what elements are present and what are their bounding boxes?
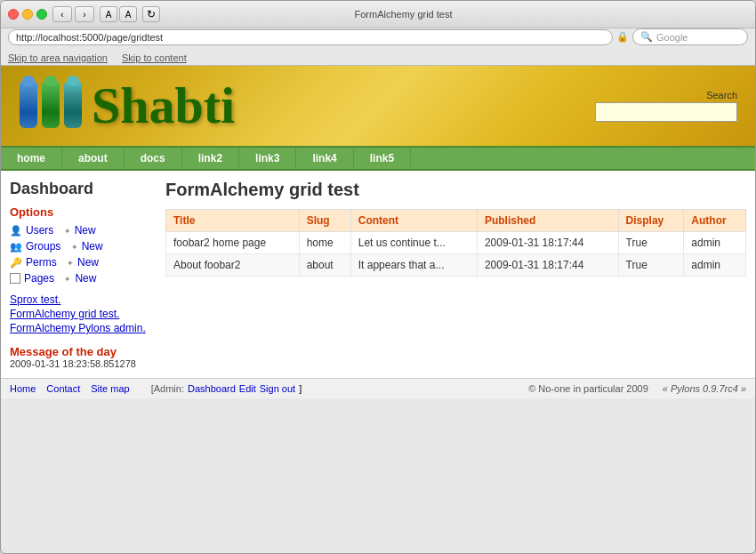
sidebar-item-pages: Pages New — [10, 272, 157, 285]
nav-item-link2[interactable]: link2 — [182, 148, 239, 169]
row1-published: 2009-01-31 18:17:44 — [477, 232, 618, 254]
perms-link[interactable]: Perms — [26, 256, 57, 269]
admin-bracket-label: [Admin: — [151, 383, 184, 394]
footer-home-link[interactable]: Home — [10, 383, 36, 394]
pages-link[interactable]: Pages — [24, 272, 54, 285]
new-pages-link[interactable]: New — [75, 272, 96, 285]
grid-table: Title Slug Content Published Display Aut… — [165, 209, 746, 277]
formalchemy-grid-link[interactable]: FormAlchemy grid test. — [10, 308, 157, 320]
users-link[interactable]: Users — [26, 224, 53, 237]
col-published: Published — [477, 210, 618, 232]
motd-date: 2009-01-31 18:23:58.851278 — [10, 358, 157, 369]
row1-slug: home — [299, 232, 350, 254]
new-users-link[interactable]: New — [75, 224, 96, 237]
skip-content-link[interactable]: Skip to content — [122, 52, 187, 63]
nav-item-link3[interactable]: link3 — [239, 148, 296, 169]
security-icon: 🔒 — [616, 31, 629, 43]
google-search-input[interactable]: 🔍 Google — [632, 28, 748, 45]
nav-item-link5[interactable]: link5 — [354, 148, 411, 169]
nav-item-home[interactable]: home — [1, 148, 62, 169]
nav-bar: home about docs link2 link3 link4 link5 — [1, 146, 755, 171]
sidebar: Dashboard Options Users New Groups Ne — [10, 180, 157, 369]
new-groups-link[interactable]: New — [82, 240, 103, 253]
skip-links: Skip to area navigation Skip to content — [1, 51, 755, 66]
table-row: About foobar2 about It appears that a...… — [166, 254, 746, 277]
footer-contact-link[interactable]: Contact — [46, 383, 80, 394]
sprox-link[interactable]: Sprox test. — [10, 293, 157, 306]
row2-slug: about — [299, 254, 350, 277]
sidebar-item-groups: Groups New — [10, 240, 157, 253]
footer-links: Home Contact Site map — [10, 383, 130, 394]
footer-copyright: © No-one in particular 2009 — [528, 383, 648, 394]
row2-title: About foobar2 — [166, 254, 300, 277]
row1-display: True — [618, 232, 684, 254]
footer-pylons: « Pylons 0.9.7rc4 » — [663, 383, 746, 394]
row1-title: foobar2 home page — [166, 232, 300, 254]
new-perms-icon — [67, 256, 74, 269]
address-bar[interactable]: http://localhost:5000/page/gridtest — [8, 29, 613, 45]
table-row: foobar2 home page home Let us continue t… — [166, 232, 746, 254]
col-slug: Slug — [299, 210, 350, 232]
close-button[interactable] — [8, 9, 19, 20]
shabti-figures — [19, 82, 83, 131]
row1-author: admin — [684, 232, 746, 254]
nav-item-link4[interactable]: link4 — [296, 148, 353, 169]
maximize-button[interactable] — [36, 9, 47, 20]
sidebar-links: Sprox test. FormAlchemy grid test. FormA… — [10, 293, 157, 334]
sidebar-item-perms: Perms New — [10, 256, 157, 269]
col-author: Author — [684, 210, 746, 232]
new-users-icon — [64, 224, 71, 237]
page-checkbox-icon — [10, 273, 20, 284]
sidebar-options-title: Options — [10, 205, 157, 219]
traffic-lights — [8, 9, 47, 20]
search-icon: 🔍 — [640, 31, 653, 43]
admin-bracket-close: ] — [299, 383, 302, 394]
formalchemy-pylons-link[interactable]: FormAlchemy Pylons admin. — [10, 322, 157, 334]
page-content: FormAlchemy grid test Title Slug Content… — [165, 180, 746, 369]
new-pages-icon — [64, 272, 71, 285]
nav-item-docs[interactable]: docs — [125, 148, 182, 169]
motd-title: Message of the day — [10, 345, 157, 358]
perm-icon — [10, 256, 22, 269]
row2-author: admin — [684, 254, 746, 277]
window-title: FormAlchemy grid test — [59, 9, 748, 20]
site-title: Shabti — [92, 80, 235, 132]
row2-display: True — [618, 254, 684, 277]
col-display: Display — [618, 210, 684, 232]
footer-admin-edit[interactable]: Edit — [239, 383, 256, 394]
skip-nav-link[interactable]: Skip to area navigation — [8, 52, 108, 63]
site-footer: Home Contact Site map [Admin: Dashboard … — [1, 378, 755, 398]
row2-published: 2009-01-31 18:17:44 — [477, 254, 618, 277]
col-content: Content — [350, 210, 477, 232]
groups-link[interactable]: Groups — [26, 240, 60, 253]
search-label: Search — [595, 90, 737, 100]
sidebar-item-users: Users New — [10, 224, 157, 237]
user-icon — [10, 224, 22, 237]
row1-content: Let us continue t... — [350, 232, 477, 254]
minimize-button[interactable] — [22, 9, 33, 20]
footer-admin: [Admin: Dashboard Edit Sign out ] — [151, 383, 302, 394]
nav-item-about[interactable]: about — [62, 148, 125, 169]
col-title: Title — [166, 210, 300, 232]
new-groups-icon — [71, 240, 78, 253]
group-icon — [10, 240, 22, 253]
footer-sitemap-link[interactable]: Site map — [91, 383, 129, 394]
footer-admin-dashboard[interactable]: Dashboard — [188, 383, 236, 394]
page-title: FormAlchemy grid test — [165, 180, 746, 200]
footer-admin-signout[interactable]: Sign out — [260, 383, 295, 394]
row2-content: It appears that a... — [350, 254, 477, 277]
sidebar-dashboard-title: Dashboard — [10, 180, 157, 198]
site-header: Shabti Search — [1, 66, 755, 146]
search-input[interactable] — [595, 102, 737, 122]
new-perms-link[interactable]: New — [77, 256, 99, 269]
